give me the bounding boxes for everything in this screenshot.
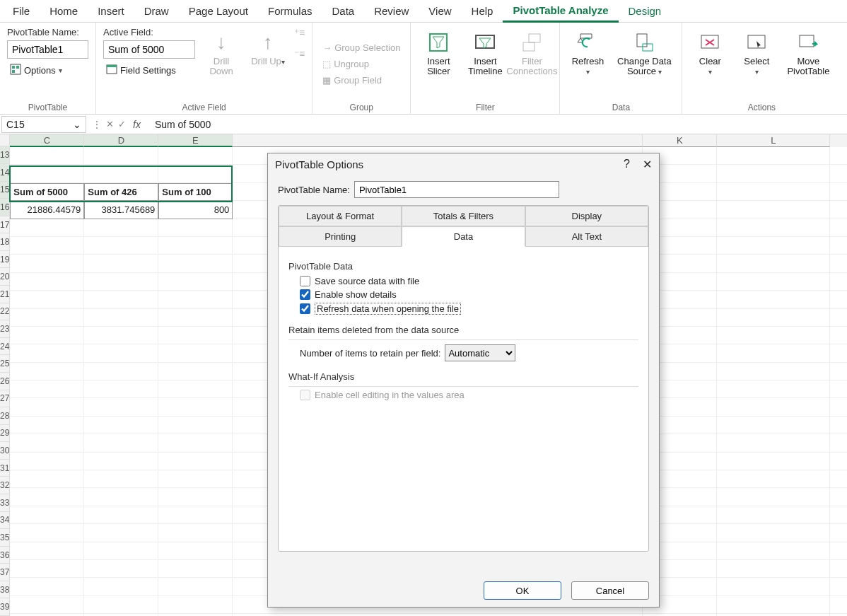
cell[interactable] [84, 470, 158, 488]
cell[interactable] [158, 165, 233, 182]
cell[interactable] [10, 344, 84, 362]
insert-timeline-button[interactable]: Insert Timeline [465, 27, 506, 77]
cell[interactable] [830, 273, 847, 291]
cell[interactable] [84, 542, 158, 560]
cell[interactable] [830, 327, 847, 344]
cell[interactable] [830, 165, 847, 182]
cell[interactable] [717, 255, 830, 272]
row-header[interactable]: 22 [0, 303, 10, 321]
cell[interactable] [10, 560, 84, 578]
pivottable-name-input[interactable] [7, 40, 88, 59]
cell[interactable] [717, 560, 830, 578]
enable-show-details-checkbox[interactable] [300, 289, 310, 300]
cell[interactable] [84, 398, 158, 416]
menu-home[interactable]: Home [40, 1, 88, 21]
cell[interactable] [84, 560, 158, 578]
cell[interactable]: Sum of 100 [158, 183, 233, 201]
cell[interactable] [717, 344, 830, 362]
col-header-c[interactable]: C [10, 134, 84, 147]
cell[interactable] [158, 309, 233, 327]
close-icon[interactable]: ✕ [643, 158, 652, 171]
cell[interactable] [717, 470, 830, 488]
cell[interactable] [830, 380, 847, 398]
cell[interactable] [717, 327, 830, 344]
cell[interactable] [830, 434, 847, 452]
menu-help[interactable]: Help [462, 1, 503, 21]
cell[interactable] [830, 201, 847, 219]
row-header[interactable]: 14 [0, 164, 10, 182]
cell[interactable] [158, 434, 233, 452]
chevron-down-icon[interactable]: ⌄ [73, 119, 81, 130]
cell[interactable] [84, 165, 158, 182]
col-header-k[interactable]: K [643, 134, 717, 147]
cell[interactable]: Sum of 5000 [10, 183, 84, 201]
cell[interactable] [717, 453, 830, 470]
cell[interactable] [10, 273, 84, 291]
cell[interactable] [10, 147, 84, 165]
cell[interactable] [84, 327, 158, 344]
tab-alt-text[interactable]: Alt Text [525, 226, 648, 247]
cell[interactable] [830, 470, 847, 488]
tab-display[interactable]: Display [525, 206, 648, 226]
cell[interactable] [10, 380, 84, 398]
cell[interactable] [158, 470, 233, 488]
cell[interactable] [84, 147, 158, 165]
cell[interactable] [717, 147, 830, 165]
row-header[interactable]: 21 [0, 286, 10, 303]
cell[interactable] [717, 578, 830, 595]
menu-pivottable-analyze[interactable]: PivotTable Analyze [503, 0, 618, 23]
cancel-icon[interactable]: ✕ [106, 119, 114, 130]
cell[interactable] [10, 219, 84, 237]
save-source-data-checkbox[interactable] [300, 276, 310, 286]
row-header[interactable]: 26 [0, 373, 10, 390]
cell[interactable] [158, 453, 233, 470]
cell[interactable] [158, 542, 233, 560]
cell[interactable] [717, 273, 830, 291]
cell[interactable] [830, 147, 847, 165]
cell[interactable]: 3831.745689 [84, 201, 158, 219]
dialog-name-input[interactable] [354, 181, 559, 198]
row-header[interactable]: 24 [0, 338, 10, 356]
cell[interactable] [830, 183, 847, 201]
cell[interactable] [84, 380, 158, 398]
menu-page-layout[interactable]: Page Layout [179, 1, 258, 21]
row-header[interactable]: 18 [0, 233, 10, 251]
row-header[interactable]: 23 [0, 320, 10, 338]
row-header[interactable]: 17 [0, 216, 10, 234]
options-button[interactable]: Options ▾ [7, 62, 88, 79]
cell[interactable] [717, 417, 830, 434]
cell[interactable] [158, 147, 233, 165]
cell[interactable] [158, 398, 233, 416]
row-header[interactable]: 38 [0, 581, 10, 599]
cell[interactable] [717, 506, 830, 524]
row-header[interactable]: 37 [0, 564, 10, 581]
cell[interactable] [158, 237, 233, 255]
cell[interactable] [84, 363, 158, 380]
cell[interactable] [830, 488, 847, 506]
row-header[interactable]: 28 [0, 407, 10, 425]
cell[interactable] [10, 309, 84, 327]
cell[interactable] [158, 524, 233, 542]
cell[interactable] [830, 363, 847, 380]
cell[interactable] [158, 273, 233, 291]
cell[interactable] [158, 596, 233, 614]
tab-totals-filters[interactable]: Totals & Filters [402, 206, 525, 226]
cell[interactable] [158, 344, 233, 362]
cell[interactable] [830, 524, 847, 542]
cell[interactable] [158, 506, 233, 524]
cell[interactable] [717, 309, 830, 327]
row-header[interactable]: 16 [0, 199, 10, 216]
cell[interactable] [717, 237, 830, 255]
clear-button[interactable]: Clear▾ [689, 27, 730, 77]
cell[interactable] [158, 363, 233, 380]
select-button[interactable]: Select▾ [736, 27, 777, 77]
cell[interactable] [830, 417, 847, 434]
refresh-on-open-checkbox[interactable] [300, 303, 310, 314]
menu-review[interactable]: Review [364, 1, 419, 21]
cell[interactable] [10, 291, 84, 308]
cell[interactable] [10, 524, 84, 542]
row-header[interactable]: 20 [0, 268, 10, 286]
row-header[interactable]: 19 [0, 251, 10, 269]
cell[interactable] [84, 506, 158, 524]
cell[interactable] [84, 273, 158, 291]
